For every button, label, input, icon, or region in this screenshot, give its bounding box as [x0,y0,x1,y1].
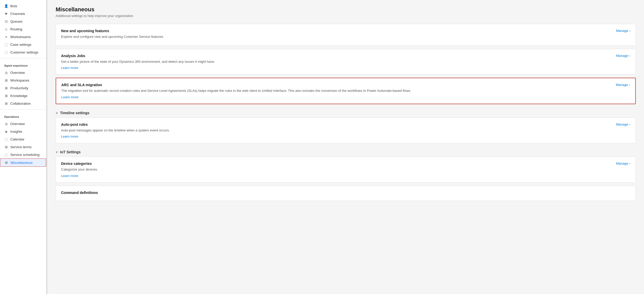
sidebar-item-workspaces[interactable]: ⊞ Workspaces [0,76,46,84]
sidebar-item-bots[interactable]: 👤 Bots [0,2,46,10]
manage-device-categories-button[interactable]: Manage › [616,162,630,165]
manage-new-features-chevron: › [629,29,630,33]
routing-icon: ◇ [4,27,8,31]
service-scheduling-icon: ⬚ [4,153,8,157]
operations-overview-icon: ◎ [4,122,8,126]
card-auto-post-content: Auto-post rules Auto-post messages appea… [61,122,616,139]
card-auto-post-desc: Auto-post messages appear on the timelin… [61,128,611,133]
service-terms-icon: ⊞ [4,145,8,149]
card-arc-sla-title: ARC and SLA migration [61,83,611,87]
sidebar-item-channels[interactable]: ❖ Channels [0,10,46,17]
iot-section-header[interactable]: ∨ IoT Settings [56,146,636,157]
knowledge-icon: ⊞ [4,94,8,98]
manage-auto-post-button[interactable]: Manage › [616,122,630,126]
sidebar-item-calendar[interactable]: ⬚ Calendar [0,135,46,143]
card-device-categories-content: Device categories Categorize your device… [61,162,616,178]
workspaces-icon: ⊞ [4,78,8,82]
manage-arc-sla-button[interactable]: Manage › [616,83,630,87]
manage-auto-post-chevron: › [629,122,630,126]
manage-new-features-button[interactable]: Manage › [616,29,630,33]
customer-settings-icon: ⬚ [4,50,8,54]
card-auto-post: Auto-post rules Auto-post messages appea… [56,118,636,144]
calendar-icon: ⬚ [4,137,8,141]
card-device-categories-title: Device categories [61,162,611,166]
card-new-features-desc: Explore and configure new and upcoming C… [61,34,611,39]
sidebar-item-case-settings[interactable]: ⬚ Case settings [0,41,46,48]
sidebar-item-collaboration[interactable]: ⊞ Collaboration [0,100,46,107]
timeline-section-header[interactable]: ∨ Timeline settings [56,107,636,118]
card-auto-post-link[interactable]: Learn more [61,135,78,138]
card-auto-post-title: Auto-post rules [61,122,611,127]
sidebar-item-operations-overview[interactable]: ◎ Overview [0,120,46,128]
card-new-features: New and upcoming features Explore and co… [56,24,636,46]
card-arc-sla-link[interactable]: Learn more [61,95,78,99]
miscellaneous-icon: ⚙ [4,161,9,165]
sidebar-divider-2 [0,109,46,110]
timeline-section-title: Timeline settings [60,111,89,115]
timeline-chevron-icon: ∨ [56,111,58,115]
workstreams-icon: ≡ [4,35,8,39]
manage-analysis-jobs-chevron: › [629,54,630,58]
main-content: Miscellaneous Additional settings to hel… [47,0,644,294]
agent-experience-header: Agent experience [0,60,46,69]
card-device-categories: Device categories Categorize your device… [56,157,636,183]
card-new-features-title: New and upcoming features [61,29,611,33]
sidebar-item-miscellaneous[interactable]: ⚙ Miscellaneous [0,158,46,167]
sidebar-divider-1 [0,58,46,58]
collaboration-icon: ⊞ [4,101,8,105]
card-new-features-content: New and upcoming features Explore and co… [61,29,616,41]
sidebar-item-service-scheduling[interactable]: ⬚ Service scheduling [0,151,46,158]
insights-icon: ◈ [4,129,8,133]
sidebar-item-agent-overview[interactable]: ◎ Overview [0,69,46,76]
card-device-categories-link[interactable]: Learn more [61,174,78,178]
sidebar-item-customer-settings[interactable]: ⬚ Customer settings [0,48,46,56]
card-arc-sla-desc: The migration tool for automatic record … [61,88,611,93]
card-command-definitions-content: Command definitions [61,191,630,196]
sidebar-item-service-terms[interactable]: ⊞ Service terms [0,143,46,151]
card-command-definitions: Command definitions [56,186,636,201]
sidebar-item-queues[interactable]: ⊡ Queues [0,17,46,25]
card-analysis-jobs-desc: Get a better picture of the state of you… [61,59,611,64]
card-device-categories-desc: Categorize your devices. [61,167,611,172]
agent-overview-icon: ◎ [4,70,8,75]
card-arc-sla: ARC and SLA migration The migration tool… [56,78,636,104]
card-analysis-jobs: Analysis Jobs Get a better picture of th… [56,49,636,75]
bots-icon: 👤 [4,4,8,8]
productivity-icon: ⊞ [4,86,8,90]
card-analysis-jobs-title: Analysis Jobs [61,54,611,58]
card-command-definitions-title: Command definitions [61,191,625,195]
page-title: Miscellaneous [56,6,636,13]
operations-header: Operations [0,112,46,120]
case-settings-icon: ⬚ [4,42,8,47]
manage-analysis-jobs-button[interactable]: Manage › [616,54,630,58]
sidebar-item-routing[interactable]: ◇ Routing [0,25,46,33]
manage-device-categories-chevron: › [629,162,630,165]
iot-section-title: IoT Settings [60,150,81,154]
sidebar: 👤 Bots ❖ Channels ⊡ Queues ◇ Routing ≡ W… [0,0,46,294]
queues-icon: ⊡ [4,19,8,23]
page-subtitle: Additional settings to help improve your… [56,14,636,18]
iot-chevron-icon: ∨ [56,150,58,154]
card-arc-sla-content: ARC and SLA migration The migration tool… [61,83,616,99]
sidebar-item-workstreams[interactable]: ≡ Workstreams [0,33,46,41]
sidebar-item-productivity[interactable]: ⊞ Productivity [0,84,46,92]
manage-arc-sla-chevron: › [629,83,630,87]
sidebar-item-knowledge[interactable]: ⊞ Knowledge [0,92,46,100]
card-analysis-jobs-content: Analysis Jobs Get a better picture of th… [61,54,616,70]
card-analysis-jobs-link[interactable]: Learn more [61,66,78,70]
channels-icon: ❖ [4,12,8,16]
sidebar-item-insights[interactable]: ◈ Insights [0,128,46,135]
